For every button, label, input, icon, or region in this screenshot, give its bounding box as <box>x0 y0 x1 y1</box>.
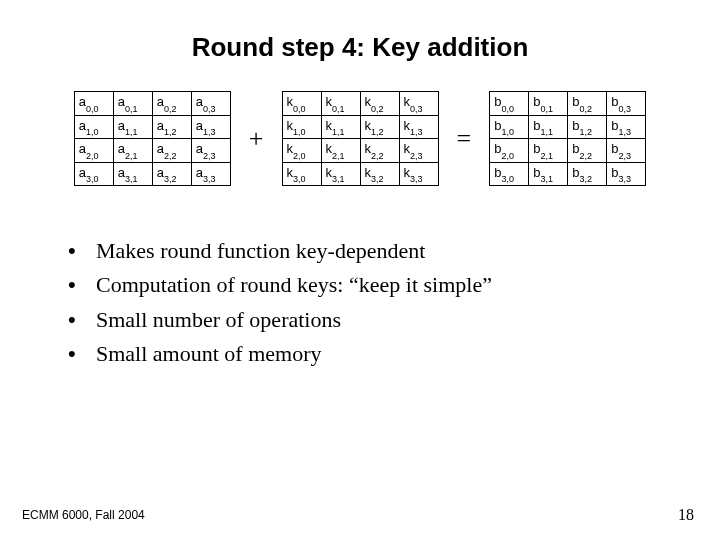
bullet-text: Computation of round keys: “keep it simp… <box>96 268 492 302</box>
matrix-cell: k2,0 <box>282 139 321 163</box>
matrix-cell: k0,0 <box>282 92 321 116</box>
matrix-cell: b2,3 <box>607 139 646 163</box>
matrix-b: b0,0b0,1b0,2b0,3b1,0b1,1b1,2b1,3b2,0b2,1… <box>489 91 646 186</box>
matrix-cell: a0,2 <box>152 92 191 116</box>
matrix-equation: a0,0a0,1a0,2a0,3a1,0a1,1a1,2a1,3a2,0a2,1… <box>0 91 720 186</box>
matrix-cell: a0,3 <box>191 92 230 116</box>
matrix-cell: a1,2 <box>152 115 191 139</box>
matrix-cell: k2,3 <box>399 139 438 163</box>
plus-operator: + <box>249 124 264 154</box>
matrix-cell: b1,1 <box>529 115 568 139</box>
matrix-cell: a1,0 <box>74 115 113 139</box>
matrix-cell: b3,3 <box>607 162 646 186</box>
bullet-dot-icon: • <box>68 234 96 268</box>
matrix-cell: a3,2 <box>152 162 191 186</box>
matrix-cell: b0,2 <box>568 92 607 116</box>
matrix-cell: k0,2 <box>360 92 399 116</box>
matrix-cell: b1,3 <box>607 115 646 139</box>
matrix-cell: k3,1 <box>321 162 360 186</box>
matrix-cell: b2,0 <box>490 139 529 163</box>
matrix-cell: b0,0 <box>490 92 529 116</box>
matrix-cell: b3,1 <box>529 162 568 186</box>
matrix-cell: a3,3 <box>191 162 230 186</box>
bullet-text: Makes round function key-dependent <box>96 234 425 268</box>
matrix-cell: a0,1 <box>113 92 152 116</box>
matrix-cell: k1,2 <box>360 115 399 139</box>
slide-title: Round step 4: Key addition <box>0 32 720 63</box>
matrix-cell: b2,2 <box>568 139 607 163</box>
bullet-item: • Computation of round keys: “keep it si… <box>68 268 720 302</box>
footer-course-info: ECMM 6000, Fall 2004 <box>22 508 145 522</box>
matrix-cell: b1,2 <box>568 115 607 139</box>
matrix-cell: b3,0 <box>490 162 529 186</box>
equals-operator: = <box>457 124 472 154</box>
bullet-text: Small amount of memory <box>96 337 321 371</box>
matrix-cell: k0,1 <box>321 92 360 116</box>
bullet-item: • Small amount of memory <box>68 337 720 371</box>
matrix-cell: a2,1 <box>113 139 152 163</box>
matrix-cell: b0,1 <box>529 92 568 116</box>
matrix-cell: a3,1 <box>113 162 152 186</box>
matrix-cell: b0,3 <box>607 92 646 116</box>
bullet-dot-icon: • <box>68 303 96 337</box>
matrix-cell: k1,0 <box>282 115 321 139</box>
matrix-cell: b2,1 <box>529 139 568 163</box>
matrix-cell: k2,1 <box>321 139 360 163</box>
matrix-cell: k1,3 <box>399 115 438 139</box>
matrix-a: a0,0a0,1a0,2a0,3a1,0a1,1a1,2a1,3a2,0a2,1… <box>74 91 231 186</box>
bullet-item: • Small number of operations <box>68 303 720 337</box>
matrix-cell: a2,0 <box>74 139 113 163</box>
matrix-cell: k0,3 <box>399 92 438 116</box>
matrix-cell: a2,3 <box>191 139 230 163</box>
matrix-cell: a2,2 <box>152 139 191 163</box>
slide-number: 18 <box>678 506 694 524</box>
bullet-item: • Makes round function key-dependent <box>68 234 720 268</box>
matrix-cell: a3,0 <box>74 162 113 186</box>
matrix-cell: a1,1 <box>113 115 152 139</box>
matrix-cell: k1,1 <box>321 115 360 139</box>
matrix-cell: b1,0 <box>490 115 529 139</box>
matrix-cell: k3,0 <box>282 162 321 186</box>
bullet-list: • Makes round function key-dependent • C… <box>68 234 720 370</box>
matrix-cell: a1,3 <box>191 115 230 139</box>
matrix-cell: k3,2 <box>360 162 399 186</box>
bullet-text: Small number of operations <box>96 303 341 337</box>
matrix-cell: a0,0 <box>74 92 113 116</box>
bullet-dot-icon: • <box>68 268 96 302</box>
matrix-cell: k3,3 <box>399 162 438 186</box>
bullet-dot-icon: • <box>68 337 96 371</box>
matrix-k: k0,0k0,1k0,2k0,3k1,0k1,1k1,2k1,3k2,0k2,1… <box>282 91 439 186</box>
matrix-cell: k2,2 <box>360 139 399 163</box>
matrix-cell: b3,2 <box>568 162 607 186</box>
